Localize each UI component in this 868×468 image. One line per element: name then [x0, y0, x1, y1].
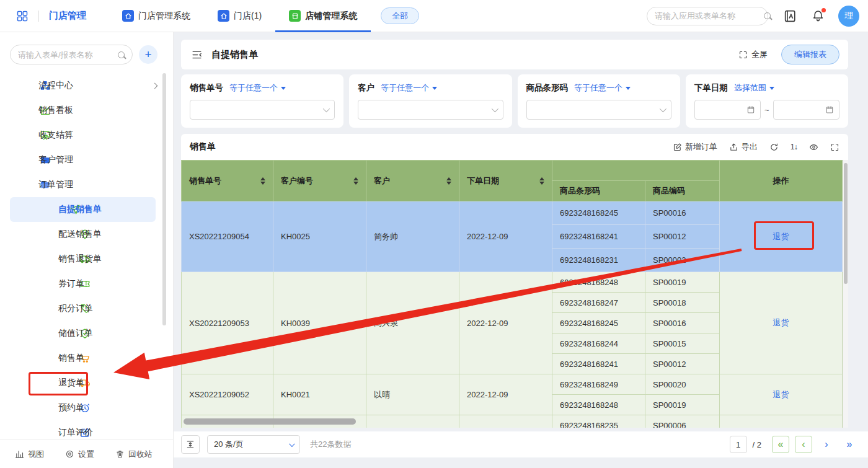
sort-icon[interactable] [446, 177, 451, 185]
sidebar-item-sales-board[interactable]: 销售看板 [0, 98, 173, 123]
sidebar-item-stored-value-order[interactable]: 储值订单 [0, 321, 173, 346]
sidebar-item-delivery-sales-order[interactable]: 配送销售单 [0, 222, 173, 247]
sidebar-item-sales-order[interactable]: 销售单 [0, 346, 173, 371]
app-window: 门店管理 门店管理系统 门店(1) 店铺管理系统 全部 [0, 0, 868, 468]
sidebar-item-customer-mgmt[interactable]: 客户管理 [0, 148, 173, 172]
cell-order-no: XS20221209054 [182, 201, 273, 272]
filter-operator-dropdown[interactable]: 等于任意一个 [574, 82, 631, 94]
current-page-input[interactable]: 1 [730, 436, 747, 453]
cell-order-date [459, 415, 552, 428]
table-row[interactable]: XS20221209053 KH0039 高兴泉 2022-12-09 6923… [182, 272, 843, 293]
table-scroll-area: 销售单号 客户编号 客户 下单日期 操作 商品条形码 商品编码 [181, 160, 848, 428]
return-goods-link[interactable]: 退货 [773, 318, 789, 327]
sidebar-scrollbar[interactable] [162, 73, 166, 325]
last-page-button[interactable]: » [841, 436, 858, 453]
settings-button[interactable]: 设置 [65, 449, 94, 460]
tab-store-1[interactable]: 门店(1) [204, 0, 275, 32]
recycle-bin-button[interactable]: 回收站 [115, 449, 153, 460]
column-visibility-eye-icon[interactable] [809, 143, 818, 152]
sidebar-item-reservation-order[interactable]: 预约单 [0, 395, 173, 420]
search-icon [764, 12, 771, 19]
filter-customer-select[interactable] [358, 100, 503, 120]
col-header-customer[interactable]: 客户 [366, 161, 459, 201]
col-header-order-no[interactable]: 销售单号 [182, 161, 273, 201]
cell-sku: SP00006 [645, 415, 720, 428]
sales-order-card: 销售单 新增订单 导出 1↓ [181, 134, 848, 428]
all-tabs-pill[interactable]: 全部 [381, 7, 419, 24]
export-icon [729, 143, 738, 152]
cell-action: 退货 [720, 374, 843, 415]
sidebar-item-pickup-sales-order[interactable]: 自提销售单 [10, 197, 156, 222]
sort-icon[interactable] [260, 177, 265, 185]
cell-sku: SP00018 [645, 293, 720, 313]
sidebar-item-settlement[interactable]: 收支结算 [0, 123, 173, 148]
paper-plane-icon [40, 204, 51, 215]
col-header-order-date[interactable]: 下单日期 [459, 161, 552, 201]
form-search[interactable] [10, 45, 133, 64]
col-header-barcode[interactable]: 商品条形码 [552, 181, 645, 201]
first-page-button[interactable]: « [772, 436, 789, 453]
tab-store-mgmt-system[interactable]: 门店管理系统 [108, 0, 204, 32]
prev-page-button[interactable]: ‹ [795, 436, 812, 453]
table-fullscreen-icon[interactable] [830, 143, 839, 152]
filter-operator-dropdown[interactable]: 等于任意一个 [381, 82, 437, 94]
edit-report-button[interactable]: 编辑报表 [781, 45, 839, 64]
table-vertical-scrollbar[interactable] [843, 160, 848, 428]
workspace-name[interactable]: 门店管理 [49, 10, 86, 22]
sidebar-item-coupon-order[interactable]: 券订单 [0, 272, 173, 296]
coupon-icon [40, 278, 51, 289]
views-button[interactable]: 视图 [15, 449, 44, 460]
table-horizontal-scrollbar[interactable] [184, 418, 356, 425]
filter-barcode-select[interactable] [526, 100, 671, 120]
refresh-icon[interactable] [769, 143, 779, 152]
return-goods-link[interactable]: 退货 [773, 232, 789, 241]
sidebar-item-points-order[interactable]: 积分订单 [0, 296, 173, 321]
collapse-sidebar-icon[interactable] [191, 49, 203, 61]
fullscreen-button[interactable]: 全屏 [738, 49, 768, 60]
global-search-input[interactable] [655, 11, 764, 20]
folder-icon [20, 154, 31, 166]
sidebar-footer: 视图 设置 回收站 [0, 439, 173, 468]
filter-order-no-select[interactable] [190, 100, 335, 120]
date-start-input[interactable] [694, 100, 761, 120]
add-order-button[interactable]: 新增订单 [673, 141, 717, 152]
user-avatar[interactable]: 理 [838, 6, 859, 27]
total-count: 共22条数据 [310, 439, 351, 450]
filter-operator-dropdown[interactable]: 等于任意一个 [229, 82, 286, 94]
add-form-button[interactable]: + [139, 45, 157, 64]
sidebar-item-return-order[interactable]: 退货单 [0, 371, 173, 395]
col-header-sku[interactable]: 商品编码 [645, 181, 720, 201]
chevron-right-icon [152, 82, 158, 89]
cell-sku: SP00019 [645, 395, 720, 415]
page-size-select[interactable]: 20 条/页 [207, 435, 300, 454]
apps-grid-icon[interactable] [16, 10, 29, 22]
table-row[interactable]: XS20221209054 KH0025 简务帅 2022-12-09 6923… [182, 201, 843, 225]
notification-bell-icon[interactable] [812, 9, 825, 22]
col-header-customer-no[interactable]: 客户编号 [273, 161, 366, 201]
cell-barcode: 6923248168245 [552, 201, 645, 225]
table-row[interactable]: XS20221209052 KH0021 以晴 2022-12-09 69232… [182, 374, 843, 395]
date-end-input[interactable] [773, 100, 839, 120]
row-height-button[interactable] [181, 435, 200, 454]
filter-range-dropdown[interactable]: 选择范围 [734, 82, 774, 94]
sidebar-item-order-mgmt[interactable]: 订单管理 [0, 172, 173, 197]
address-book-icon[interactable] [783, 9, 797, 23]
sort-order-icon[interactable]: 1↓ [790, 143, 797, 151]
pen-edit-icon [40, 427, 51, 438]
return-goods-link[interactable]: 退货 [773, 390, 789, 399]
export-button[interactable]: 导出 [729, 141, 758, 152]
sort-icon[interactable] [539, 177, 544, 185]
sort-icon[interactable] [353, 177, 358, 185]
cell-sku: SP00016 [645, 313, 720, 333]
sidebar-item-sales-return-order[interactable]: 销售退货单 [0, 247, 173, 272]
chevron-down-icon [660, 105, 666, 112]
sidebar-item-process-center[interactable]: 流程中心 [0, 73, 173, 98]
scrollbar-thumb[interactable] [844, 163, 848, 284]
cell-action [720, 415, 843, 428]
global-search[interactable] [647, 7, 768, 25]
form-search-input[interactable] [18, 50, 118, 60]
cell-sku: SP00002 [645, 249, 720, 272]
next-page-button[interactable]: › [818, 436, 835, 453]
chevron-down-icon [323, 105, 330, 112]
tab-shop-mgmt-system-active[interactable]: 店铺管理系统 [275, 0, 371, 32]
